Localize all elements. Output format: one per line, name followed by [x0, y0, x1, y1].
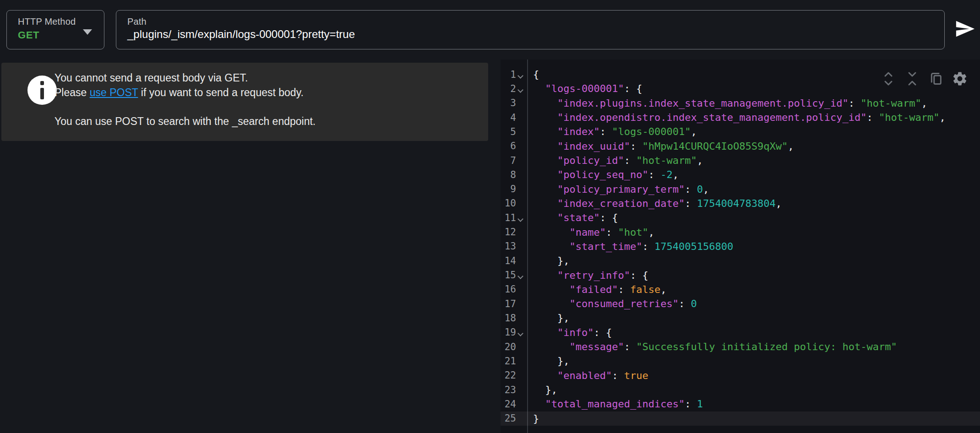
code-text: "consumed_retries": 0 — [527, 298, 697, 309]
settings-icon[interactable] — [952, 70, 968, 87]
fold-chevron-icon[interactable] — [517, 216, 524, 223]
path-input[interactable]: Path _plugins/_ism/explain/logs-000001?p… — [116, 10, 945, 49]
use-post-link[interactable]: use POST — [90, 87, 138, 98]
line-number: 11 — [501, 212, 527, 223]
line-number: 9 — [501, 184, 527, 195]
code-line: 3 "index.plugins.index_state_management.… — [501, 96, 980, 110]
code-text: "retry_info": { — [527, 270, 648, 281]
collapse-all-icon[interactable] — [904, 70, 920, 87]
chevron-down-icon — [83, 29, 92, 35]
code-text: "index.opendistro.index_state_management… — [527, 112, 946, 123]
send-request-button[interactable] — [953, 16, 977, 41]
line-number: 19 — [501, 327, 527, 338]
code-line: 11 "state": { — [501, 211, 980, 225]
code-text: }, — [527, 384, 557, 395]
code-text: "index_uuid": "hMpw14CURQC4IoO85S9qXw", — [527, 141, 794, 152]
http-method-select[interactable]: HTTP Method GET — [6, 10, 104, 49]
line-number: 3 — [501, 97, 527, 108]
code-line: 14 }, — [501, 254, 980, 268]
line-number: 23 — [501, 384, 527, 395]
notice-line3: You can use POST to search with the _sea… — [54, 114, 316, 129]
code-text: "policy_id": "hot-warm", — [527, 155, 703, 166]
code-text: "failed": false, — [527, 284, 666, 295]
line-number: 24 — [501, 399, 527, 410]
line-number: 18 — [501, 313, 527, 324]
line-number: 16 — [501, 284, 527, 295]
code-line: 18 }, — [501, 311, 980, 325]
http-method-label: HTTP Method — [18, 16, 76, 27]
code-line: 22 "enabled": true — [501, 368, 980, 383]
notice-text: You cannot send a request body via GET. … — [54, 71, 316, 129]
line-number: 14 — [501, 255, 527, 266]
code-text: "state": { — [527, 212, 618, 223]
code-line: 5 "index": "logs-000001", — [501, 124, 980, 139]
fold-chevron-icon[interactable] — [517, 331, 524, 337]
code-text: } — [527, 413, 539, 424]
code-line: 20 "message": "Successfully initialized … — [501, 340, 980, 354]
code-text: "total_managed_indices": 1 — [527, 398, 703, 410]
line-number: 21 — [501, 356, 527, 367]
code-text: "policy_primary_term": 0, — [527, 184, 709, 195]
code-line: 12 "name": "hot", — [501, 225, 980, 239]
code-line: 21 }, — [501, 354, 980, 368]
code-text: "enabled": true — [527, 370, 648, 381]
line-number: 15 — [501, 270, 527, 281]
code-text: "index.plugins.index_state_management.po… — [527, 97, 927, 109]
code-lines: 1{2 "logs-000001": {3 "index.plugins.ind… — [501, 67, 980, 426]
http-method-value: GET — [18, 29, 39, 41]
code-text: }, — [527, 312, 569, 324]
fold-chevron-icon[interactable] — [517, 87, 524, 94]
code-text: "index_creation_date": 1754004783804, — [527, 198, 782, 209]
code-line: 7 "policy_id": "hot-warm", — [501, 153, 980, 168]
path-value: _plugins/_ism/explain/logs-000001?pretty… — [127, 28, 355, 41]
code-line: 6 "index_uuid": "hMpw14CURQC4IoO85S9qXw"… — [501, 139, 980, 153]
notice-spacer — [54, 100, 316, 114]
line-number: 17 — [501, 298, 527, 309]
line-number: 7 — [501, 155, 527, 166]
code-text: "info": { — [527, 327, 612, 338]
code-line: 17 "consumed_retries": 0 — [501, 297, 980, 311]
code-text: "policy_seq_no": -2, — [527, 169, 679, 180]
code-text: }, — [527, 255, 569, 266]
line-number: 5 — [501, 126, 527, 137]
line-number: 22 — [501, 370, 527, 381]
line-number: 8 — [501, 169, 527, 180]
expand-all-icon[interactable] — [880, 70, 897, 87]
code-text: "name": "hot", — [527, 227, 654, 238]
code-line: 9 "policy_primary_term": 0, — [501, 182, 980, 196]
path-label: Path — [127, 16, 147, 27]
code-text: "index": "logs-000001", — [527, 126, 697, 137]
code-line: 24 "total_managed_indices": 1 — [501, 397, 980, 411]
line-number: 12 — [501, 227, 527, 238]
copy-icon[interactable] — [928, 70, 944, 87]
info-icon — [27, 76, 57, 105]
code-text: "message": "Successfully initialized pol… — [527, 341, 897, 352]
code-line: 8 "policy_seq_no": -2, — [501, 168, 980, 182]
editor-toolbar — [880, 70, 968, 87]
notice-line1: You cannot send a request body via GET. — [54, 71, 316, 86]
code-line: 4 "index.opendistro.index_state_manageme… — [501, 110, 980, 124]
get-body-notice: You cannot send a request body via GET. … — [1, 63, 488, 141]
line-number: 25 — [501, 413, 527, 424]
code-text: "logs-000001": { — [527, 83, 642, 94]
code-text: { — [527, 69, 539, 80]
line-number: 1 — [501, 69, 527, 80]
notice-line2: Please use POST if you want to send a re… — [54, 86, 316, 100]
line-number: 20 — [501, 341, 527, 352]
code-line: 23 }, — [501, 383, 980, 397]
code-line: 19 "info": { — [501, 325, 980, 340]
fold-chevron-icon[interactable] — [517, 73, 524, 80]
fold-chevron-icon[interactable] — [517, 274, 524, 280]
code-line: 15 "retry_info": { — [501, 268, 980, 282]
line-number: 2 — [501, 83, 527, 94]
line-number: 6 — [501, 141, 527, 152]
code-line: 10 "index_creation_date": 1754004783804, — [501, 196, 980, 211]
line-number: 13 — [501, 241, 527, 252]
send-icon — [954, 18, 975, 39]
code-line: 16 "failed": false, — [501, 282, 980, 297]
response-json-editor: 1{2 "logs-000001": {3 "index.plugins.ind… — [501, 60, 980, 433]
code-text: "start_time": 1754005156800 — [527, 241, 733, 252]
code-text: }, — [527, 355, 569, 367]
line-number: 10 — [501, 198, 527, 209]
code-line: 13 "start_time": 1754005156800 — [501, 239, 980, 254]
